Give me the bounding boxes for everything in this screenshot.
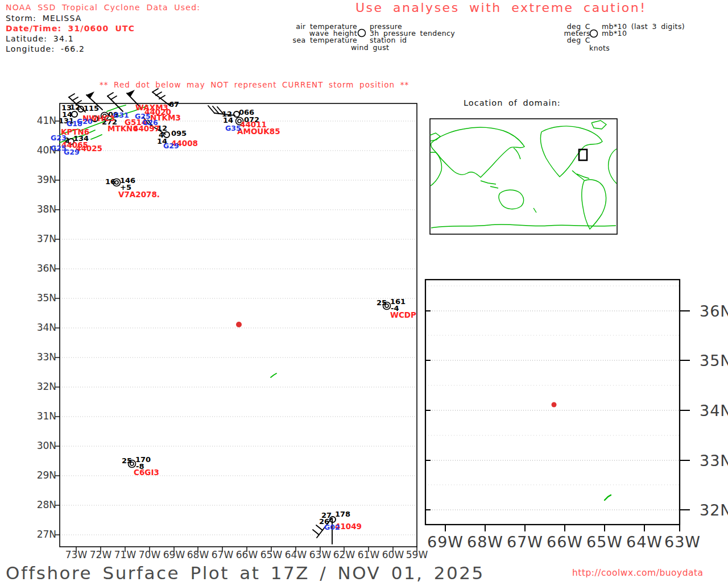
lon-label: 65W bbox=[260, 550, 282, 560]
station-value: 16 bbox=[105, 178, 115, 185]
lat-label: 41N bbox=[37, 116, 56, 126]
station-id-red: 44025 bbox=[76, 145, 102, 153]
lat-label: 27N bbox=[37, 530, 56, 539]
station-id-blue: G29 bbox=[163, 143, 179, 150]
world-coastline bbox=[609, 149, 617, 184]
lat-label: 38N bbox=[37, 205, 56, 214]
noaa-data-source-line: NOAA SSD Tropical Cyclone Data Used: bbox=[6, 3, 200, 11]
wind-barb bbox=[313, 530, 319, 535]
offshore-surface-plot-page: NOAA SSD Tropical Cyclone Data Used: Sto… bbox=[0, 0, 728, 582]
lon-label: 68W bbox=[187, 550, 209, 560]
lat-label: 32N bbox=[37, 382, 56, 392]
world-coastline bbox=[499, 190, 524, 209]
storm-datetime-line: Date/Time: 31/0600 UTC bbox=[6, 24, 135, 32]
station-id-blue: G02 bbox=[324, 524, 340, 531]
legend-right-column: pressure 3h pressure tendency station id bbox=[370, 23, 455, 44]
world-coastline bbox=[481, 181, 498, 188]
coastline bbox=[271, 373, 276, 377]
lon-label: 66W bbox=[236, 550, 258, 560]
legend-station-circle bbox=[358, 30, 366, 37]
lon-label: 60W bbox=[382, 550, 404, 560]
lon-label: 62W bbox=[333, 550, 355, 560]
lon-label: 67W bbox=[212, 550, 233, 560]
station-id-red: C6GI3 bbox=[134, 469, 159, 477]
lat-label: 37N bbox=[37, 234, 56, 244]
zoom-lat-label: 33N bbox=[700, 453, 728, 468]
lat-label: 36N bbox=[37, 264, 56, 273]
world-coastline bbox=[514, 148, 520, 159]
red-dot-warning: ** Red dot below may NOT represent CURRE… bbox=[100, 81, 409, 89]
legend-sea-temperature: sea temperature bbox=[243, 37, 357, 44]
coastline bbox=[91, 135, 102, 139]
world-coastline bbox=[533, 208, 536, 213]
wind-barb-flag bbox=[127, 90, 135, 97]
zoom-lat-label: 34N bbox=[700, 403, 728, 418]
coastline-bermuda bbox=[605, 495, 611, 500]
storm-position-dot-zoom bbox=[552, 402, 557, 408]
legend-units-left-column: deg C meters deg C bbox=[477, 23, 590, 44]
zoom-lon-label: 69W bbox=[427, 534, 464, 550]
wind-barb bbox=[72, 97, 78, 101]
legend-unit-mb10: mb*10 bbox=[602, 30, 685, 37]
lat-label: 31N bbox=[37, 411, 56, 421]
world-inset-title: Location of domain: bbox=[464, 99, 561, 107]
lat-label: 34N bbox=[37, 323, 56, 332]
station-id-blue: G20 bbox=[77, 118, 93, 126]
grid-line bbox=[393, 0, 547, 103]
legend-units-right-column: mb*10 (last 3 digits) mb*10 bbox=[602, 23, 685, 37]
world-map-frame bbox=[430, 119, 617, 234]
caution-headline: Use analyses with extreme caution! bbox=[355, 2, 647, 14]
legend-unit-knots: knots bbox=[589, 45, 610, 52]
wind-barb bbox=[156, 92, 162, 95]
page-title: Offshore Surface Plot at 17Z / NOV 01, 2… bbox=[6, 564, 485, 582]
zoom-lon-label: 68W bbox=[467, 534, 503, 550]
lon-label: 72W bbox=[90, 550, 111, 560]
zoom-lat-label: 35N bbox=[700, 353, 728, 368]
legend-station-circle bbox=[590, 30, 598, 38]
legend-left-column: air temperature wave height sea temperat… bbox=[243, 23, 357, 44]
wind-barb bbox=[107, 93, 113, 96]
station-value: 115 bbox=[84, 105, 99, 112]
lat-label: 28N bbox=[37, 500, 56, 510]
station-id-blue: G23 bbox=[51, 135, 67, 142]
station-value: 25 bbox=[377, 299, 387, 306]
source-url-link[interactable]: http://coolwx.com/buoydata bbox=[572, 569, 704, 578]
lon-label: 63W bbox=[309, 550, 331, 560]
world-coastline bbox=[431, 225, 616, 228]
station-id-blue: G26 bbox=[142, 119, 158, 127]
station-id-red: V7A2078. bbox=[118, 191, 160, 199]
zoom-lon-label: 64W bbox=[626, 534, 663, 550]
zoom-lon-label: 65W bbox=[586, 534, 623, 550]
station-value: 25 bbox=[122, 457, 132, 464]
legend-wind-gust: wind gust bbox=[351, 44, 389, 51]
zoom-lon-label: 66W bbox=[547, 534, 583, 550]
lat-label: 39N bbox=[37, 175, 56, 185]
station-id-blue: G35 bbox=[225, 125, 241, 132]
lon-label: 69W bbox=[163, 550, 185, 560]
wind-barb bbox=[111, 96, 117, 99]
station-id-red: WAXM3 bbox=[135, 104, 168, 112]
zoom-map-frame bbox=[425, 280, 680, 525]
lon-label: 70W bbox=[139, 550, 160, 560]
lon-label: 64W bbox=[285, 550, 307, 560]
wind-barb bbox=[316, 525, 322, 530]
wind-barb bbox=[159, 95, 165, 99]
lat-label: 29N bbox=[37, 471, 56, 480]
zoom-lon-label: 67W bbox=[507, 534, 543, 550]
station-value: 14 bbox=[223, 117, 233, 124]
storm-longitude-line: Longitude: -66.2 bbox=[6, 45, 85, 53]
legend-unit-degc-sea: deg C bbox=[477, 37, 590, 44]
world-coastline bbox=[582, 180, 606, 229]
zoom-lon-label: 63W bbox=[664, 534, 701, 550]
world-coastline bbox=[430, 133, 440, 141]
storm-name-line: Storm: MELISSA bbox=[6, 14, 82, 22]
lon-label: 71W bbox=[114, 550, 136, 560]
lat-label: 30N bbox=[37, 441, 56, 451]
station-value: 178 bbox=[335, 510, 350, 518]
world-coastline bbox=[541, 126, 602, 177]
lat-label: 35N bbox=[37, 293, 56, 303]
station-id-red: WCDP bbox=[390, 311, 416, 319]
station-id-red: AMOUK85 bbox=[237, 128, 280, 136]
wind-barb-flag bbox=[86, 92, 94, 99]
lon-label: 73W bbox=[65, 550, 87, 560]
